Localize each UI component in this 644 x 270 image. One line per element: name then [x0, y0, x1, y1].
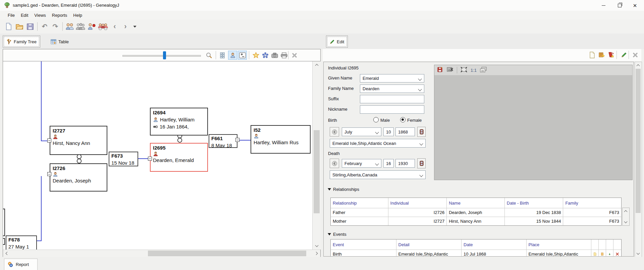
scroll-down-arrow[interactable]: [635, 251, 641, 256]
delete-record-icon[interactable]: [606, 50, 615, 59]
given-name-combo[interactable]: Emerald: [360, 74, 424, 83]
scroll-up-arrow[interactable]: [313, 62, 321, 68]
male-radio[interactable]: [373, 117, 379, 122]
all-media-icon[interactable]: [480, 67, 487, 74]
menu-help[interactable]: Help: [70, 11, 85, 19]
new-individual-icon[interactable]: [64, 21, 75, 32]
death-day-input[interactable]: [383, 159, 394, 168]
redo-button[interactable]: ↷: [50, 21, 61, 32]
scroll-down-arrow[interactable]: [623, 219, 629, 225]
scrollbar-thumb[interactable]: [636, 69, 641, 213]
print-icon[interactable]: [279, 51, 288, 60]
settings-gear-icon[interactable]: [261, 51, 270, 60]
zoom-slider-track[interactable]: [122, 55, 201, 57]
nickname-input[interactable]: [360, 105, 424, 114]
scroll-left-arrow[interactable]: [4, 250, 10, 257]
col-date[interactable]: Date: [462, 239, 527, 250]
scrollbar-thumb[interactable]: [314, 130, 320, 213]
death-year-input[interactable]: [395, 159, 415, 168]
female-radio-label[interactable]: Female: [407, 118, 422, 123]
edit-panel-scrollbar[interactable]: [635, 62, 642, 257]
save-media-icon[interactable]: [437, 67, 443, 73]
menu-file[interactable]: File: [5, 11, 18, 19]
family-name-combo[interactable]: Dearden: [360, 85, 424, 93]
new-record-icon[interactable]: [588, 50, 597, 59]
undo-button[interactable]: ↶: [39, 21, 50, 32]
col-family[interactable]: Family: [563, 198, 621, 208]
col-date-birth[interactable]: Date - Birth: [505, 198, 564, 208]
death-source-button[interactable]: [417, 158, 426, 168]
death-calendar-toggle-button[interactable]: [330, 159, 339, 168]
birth-day-input[interactable]: [383, 127, 394, 136]
suffix-input[interactable]: [360, 95, 424, 103]
edit-mode-pencil-icon[interactable]: [619, 50, 628, 59]
person-box-i2694[interactable]: I2694 Hartley, William 16 Jan 1864,: [150, 108, 208, 136]
relationship-row-father[interactable]: Father I2726 Dearden, Joseph 19 Dec 1838…: [331, 208, 621, 217]
menu-views[interactable]: Views: [31, 11, 49, 19]
male-radio-label[interactable]: Male: [380, 118, 390, 123]
close-view-icon[interactable]: [631, 50, 640, 59]
person-box-i2695-selected[interactable]: I2695 Dearden, Emerald: [150, 143, 208, 172]
col-name[interactable]: Name: [447, 198, 505, 208]
tree-vertical-scrollbar[interactable]: [312, 61, 321, 250]
event-delete-icon[interactable]: [613, 250, 621, 257]
new-event-icon[interactable]: [86, 21, 97, 32]
person-box-i52[interactable]: I52 Hartley, William Rus: [251, 125, 311, 154]
scroll-right-arrow[interactable]: [314, 250, 320, 257]
remove-media-icon[interactable]: [447, 67, 453, 73]
event-media-icon[interactable]: [606, 250, 613, 257]
person-box-i2726[interactable]: I2726 Dearden, Joseph: [50, 163, 107, 192]
tab-family-tree[interactable]: Family Tree: [3, 36, 40, 48]
family-box-f673[interactable]: F673 15 Nov 18: [109, 152, 138, 166]
birth-place-combo[interactable]: Emerald Isle,Ship,Atlantic Ocean: [330, 139, 426, 148]
death-place-combo[interactable]: Stirling,Alberta,Canada: [330, 170, 426, 179]
scroll-down-arrow[interactable]: [313, 243, 321, 249]
history-dropdown-icon[interactable]: [131, 21, 139, 32]
zoom-slider-handle[interactable]: [163, 51, 166, 59]
events-section-header[interactable]: Events: [328, 232, 346, 237]
back-button[interactable]: ‹: [109, 21, 120, 32]
tab-edit[interactable]: Edit: [326, 36, 348, 48]
tab-table[interactable]: Table: [47, 36, 72, 48]
col-detail[interactable]: Detail: [396, 239, 462, 250]
tree-canvas[interactable]: I2727 Hirst, Nancy Ann I2726 Dearden, Jo…: [3, 61, 312, 250]
add-bookmark-icon[interactable]: [597, 50, 606, 59]
forward-button[interactable]: ›: [120, 21, 131, 32]
expand-collapse-toggle[interactable]: [238, 51, 247, 60]
event-row-birth[interactable]: Birth Emerald Isle,Ship,Atlantic 10 Jul …: [331, 250, 621, 257]
overview-grid-icon[interactable]: [218, 51, 227, 60]
person-box-i2727[interactable]: I2727 Hirst, Nancy Ann: [50, 126, 107, 155]
menu-reports[interactable]: Reports: [49, 11, 70, 19]
event-source-icon[interactable]: [591, 250, 599, 257]
close-view-icon[interactable]: [290, 51, 299, 60]
scroll-up-arrow[interactable]: [623, 209, 629, 214]
family-box-f661[interactable]: F661 8 May 18: [209, 134, 237, 148]
new-family-icon[interactable]: [97, 21, 109, 32]
save-button[interactable]: [25, 21, 36, 32]
event-note-icon[interactable]: [599, 250, 606, 257]
scrollbar-thumb[interactable]: [148, 251, 306, 256]
col-event[interactable]: Event: [331, 239, 396, 250]
relationship-row-mother[interactable]: Mother I2727 Hirst, Nancy Ann 15 Nov 184…: [331, 217, 621, 225]
birth-source-button[interactable]: [417, 127, 426, 137]
connector-handle[interactable]: [148, 157, 152, 161]
col-individual[interactable]: Individual: [388, 198, 447, 208]
fit-to-window-icon[interactable]: [461, 67, 467, 73]
female-radio[interactable]: [400, 117, 406, 122]
menu-edit[interactable]: Edit: [18, 11, 31, 19]
merge-individuals-icon[interactable]: [75, 21, 86, 32]
death-month-combo[interactable]: February: [342, 159, 381, 168]
open-file-button[interactable]: [14, 21, 25, 32]
relationships-section-header[interactable]: Relationships: [328, 187, 359, 192]
one-to-one-zoom-label[interactable]: 1:1: [471, 68, 477, 73]
birth-month-combo[interactable]: July: [342, 127, 381, 136]
tree-horizontal-scrollbar[interactable]: [3, 250, 320, 257]
relationships-scrollbar[interactable]: [622, 208, 630, 226]
connector-handle[interactable]: [47, 139, 51, 143]
snapshot-camera-icon[interactable]: [270, 51, 279, 60]
tab-report[interactable]: Report: [4, 259, 38, 270]
close-button[interactable]: ✕: [627, 0, 643, 11]
col-place[interactable]: Place: [527, 239, 592, 250]
connector-handle[interactable]: [47, 172, 51, 176]
minimize-button[interactable]: [596, 0, 611, 11]
